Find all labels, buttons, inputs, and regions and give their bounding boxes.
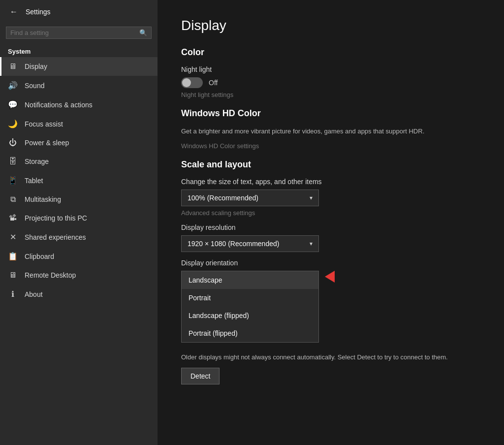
orientation-option-portrait-flipped[interactable]: Portrait (flipped) [182, 324, 318, 342]
sidebar-item-label-multitasking: Multitasking [25, 195, 61, 203]
focus-icon: 🌙 [8, 119, 18, 128]
sidebar-item-label-clipboard: Clipboard [25, 253, 54, 260]
remote-icon: 🖥 [8, 271, 18, 280]
sidebar-item-multitasking[interactable]: ⧉ Multitasking [0, 190, 158, 209]
orientation-option-portrait[interactable]: Portrait [182, 289, 318, 307]
main-content: Display Color Night light Off Night ligh… [158, 0, 504, 445]
orientation-option-landscape[interactable]: Landscape [182, 271, 318, 289]
sidebar-item-label-display: Display [25, 63, 47, 70]
night-light-state: Off [209, 79, 218, 87]
night-light-settings-link[interactable]: Night light settings [181, 91, 480, 98]
sidebar-item-clipboard[interactable]: 📋 Clipboard [0, 247, 158, 266]
sidebar-item-power[interactable]: ⏻ Power & sleep [0, 133, 158, 152]
night-light-toggle-row: Off [181, 77, 480, 88]
orientation-row: Landscape Portrait Landscape (flipped) P… [181, 271, 480, 343]
hd-color-section-title: Windows HD Color [181, 108, 480, 119]
hd-color-description: Get a brighter and more vibrant picture … [181, 127, 480, 136]
sidebar-item-about[interactable]: ℹ About [0, 285, 158, 304]
scale-dropdown[interactable]: 100% (Recommended) ▾ [181, 190, 319, 206]
power-icon: ⏻ [8, 138, 18, 147]
about-icon: ℹ [8, 289, 18, 299]
notifications-icon: 💬 [8, 100, 18, 109]
scale-value: 100% (Recommended) [188, 194, 258, 202]
nav-list: 🖥 Display 🔊 Sound 💬 Notifications & acti… [0, 57, 158, 304]
sidebar-item-label-focus: Focus assist [25, 120, 63, 128]
search-icon: 🔍 [139, 29, 147, 36]
color-section-title: Color [181, 47, 480, 58]
app-title: Settings [26, 8, 51, 16]
sidebar-item-focus[interactable]: 🌙 Focus assist [0, 114, 158, 133]
sidebar-item-label-tablet: Tablet [25, 177, 43, 185]
scale-chevron-icon: ▾ [310, 194, 313, 201]
night-light-toggle[interactable] [181, 77, 203, 88]
search-input[interactable] [10, 29, 139, 36]
sidebar-item-notifications[interactable]: 💬 Notifications & actions [0, 95, 158, 114]
resolution-value: 1920 × 1080 (Recommended) [188, 240, 279, 248]
orientation-option-landscape-flipped[interactable]: Landscape (flipped) [182, 307, 318, 324]
sidebar-item-label-storage: Storage [25, 158, 49, 165]
sidebar-item-label-power: Power & sleep [25, 139, 69, 147]
arrow-container [325, 271, 335, 283]
scale-section-title: Scale and layout [181, 159, 480, 170]
sidebar-item-shared[interactable]: ✕ Shared experiences [0, 227, 158, 247]
sidebar-item-display[interactable]: 🖥 Display [0, 57, 158, 76]
sidebar-section-label: System [0, 44, 158, 57]
sidebar-item-sound[interactable]: 🔊 Sound [0, 76, 158, 95]
storage-icon: 🗄 [8, 157, 18, 166]
size-label: Change the size of text, apps, and other… [181, 178, 480, 186]
sidebar-item-remote[interactable]: 🖥 Remote Desktop [0, 266, 158, 285]
sidebar-item-projecting[interactable]: 📽 Projecting to this PC [0, 209, 158, 227]
orientation-label: Display orientation [181, 259, 480, 267]
sidebar-item-storage[interactable]: 🗄 Storage [0, 152, 158, 171]
sidebar: ← Settings 🔍 System 🖥 Display 🔊 Sound 💬 … [0, 0, 158, 445]
multitasking-icon: ⧉ [8, 195, 18, 204]
sidebar-item-label-shared: Shared experiences [25, 233, 86, 241]
older-displays-text: Older displays might not always connect … [181, 352, 480, 362]
page-title: Display [181, 18, 480, 33]
back-icon: ← [10, 7, 18, 16]
shared-icon: ✕ [8, 232, 18, 242]
sidebar-item-tablet[interactable]: 📱 Tablet [0, 171, 158, 190]
projecting-icon: 📽 [8, 214, 18, 222]
back-button[interactable]: ← [8, 5, 20, 18]
sidebar-item-label-notifications: Notifications & actions [25, 101, 93, 109]
detect-button[interactable]: Detect [181, 368, 220, 384]
sound-icon: 🔊 [8, 81, 18, 90]
sidebar-item-label-about: About [25, 290, 43, 298]
tablet-icon: 📱 [8, 176, 18, 185]
toggle-knob [182, 78, 191, 87]
sidebar-item-label-projecting: Projecting to this PC [25, 214, 87, 222]
resolution-chevron-icon: ▾ [310, 240, 313, 247]
sidebar-item-label-remote: Remote Desktop [25, 271, 76, 279]
search-box[interactable]: 🔍 [6, 27, 152, 39]
resolution-dropdown[interactable]: 1920 × 1080 (Recommended) ▾ [181, 235, 319, 252]
sidebar-header: ← Settings [0, 0, 158, 24]
display-icon: 🖥 [8, 62, 18, 71]
hd-color-settings-link[interactable]: Windows HD Color settings [181, 142, 480, 150]
night-light-label: Night light [181, 65, 480, 73]
orientation-dropdown[interactable]: Landscape Portrait Landscape (flipped) P… [181, 271, 319, 343]
sidebar-item-label-sound: Sound [25, 82, 44, 90]
clipboard-icon: 📋 [8, 252, 18, 261]
red-arrow-icon [325, 271, 335, 283]
resolution-label: Display resolution [181, 223, 480, 231]
advanced-scaling-link[interactable]: Advanced scaling settings [181, 209, 480, 217]
